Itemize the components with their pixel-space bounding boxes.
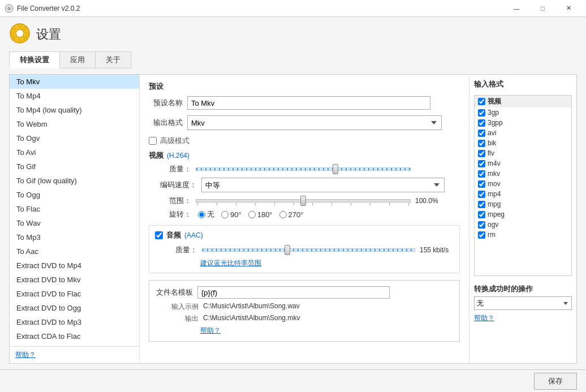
maximize-button[interactable]: □: [529, 0, 555, 17]
input-format-label: 输入格式: [474, 79, 572, 89]
success-action-select[interactable]: 无 打开文件夹 关闭程序: [474, 296, 572, 310]
preset-item-extract-dvd-mp3[interactable]: Extract DVD to Mp3: [10, 315, 139, 329]
format-3gp-checkbox[interactable]: [478, 109, 485, 117]
video-quality-track: [196, 167, 411, 171]
advanced-mode-label: 高级模式: [160, 136, 189, 146]
output-format-select-wrapper: Mkv Mp4 Webm Avi: [187, 115, 442, 130]
tick-6: [294, 203, 294, 205]
preset-item-to-flac[interactable]: To Flac: [10, 202, 139, 216]
tick-2: [217, 203, 217, 205]
video-range-slider[interactable]: [196, 196, 411, 205]
preset-item-to-ogv[interactable]: To Ogv: [10, 131, 139, 145]
format-3gpp-checkbox[interactable]: [478, 119, 485, 127]
tab-convert[interactable]: 转换设置: [9, 51, 60, 68]
audio-quality-slider[interactable]: [202, 245, 415, 255]
tab-apply[interactable]: 应用: [59, 51, 96, 68]
preset-item-extract-dvd-mp4[interactable]: Extract DVD to Mp4: [10, 259, 139, 273]
format-3gp-label: 3gp: [488, 109, 499, 117]
tick-8: [331, 203, 332, 205]
tick-3: [236, 203, 236, 205]
save-button[interactable]: 保存: [534, 373, 577, 390]
format-category-video-checkbox[interactable]: [478, 98, 485, 105]
rotation-row: 旋转： 无 90° 180° 270°: [149, 209, 460, 219]
rotation-0-label: 无: [207, 209, 214, 219]
encode-speed-select[interactable]: 非常快 快 中等 慢 非常慢: [201, 178, 445, 192]
rotation-90-label: 90°: [230, 210, 242, 219]
format-mp4-checkbox[interactable]: [478, 191, 485, 198]
video-range-value: 100.0%: [415, 197, 449, 205]
video-range-track: [196, 199, 411, 203]
preset-item-to-aac[interactable]: To Aac: [10, 244, 139, 259]
preset-item-extract-cda-flac[interactable]: Extract CDA to Flac: [10, 329, 139, 343]
format-list-scroll[interactable]: 视频 3gp 3gpp avi bik: [474, 95, 572, 276]
video-section-header: 视频 (H.264): [149, 150, 460, 161]
preset-item-to-webm[interactable]: To Webm: [10, 117, 139, 131]
format-mpg-label: mpg: [488, 200, 501, 208]
format-avi-checkbox[interactable]: [478, 130, 485, 137]
audio-quality-track: [202, 248, 415, 252]
preset-item-to-mkv[interactable]: To Mkv: [10, 75, 139, 89]
format-bik-checkbox[interactable]: [478, 140, 485, 147]
encode-speed-label: 编码速度：: [160, 180, 197, 190]
format-m4v-checkbox[interactable]: [478, 160, 485, 167]
format-ogv-checkbox[interactable]: [478, 221, 485, 229]
format-item-rm: rm: [475, 230, 571, 240]
format-rm-checkbox[interactable]: [478, 231, 485, 239]
preset-item-to-mp4-low[interactable]: To Mp4 (low quality): [10, 103, 139, 117]
preset-name-input[interactable]: [187, 96, 430, 110]
format-item-bik: bik: [475, 138, 571, 148]
video-quality-slider[interactable]: [196, 165, 411, 174]
preset-item-extract-dvd-ogg[interactable]: Extract DVD to Ogg: [10, 301, 139, 315]
video-section: 视频 (H.264) 质量： 编码速度：: [149, 150, 460, 219]
rotation-0[interactable]: 无: [198, 209, 214, 219]
rotation-90[interactable]: 90°: [221, 210, 242, 219]
template-filename-input[interactable]: [197, 286, 390, 299]
audio-title: 音频: [166, 230, 181, 240]
rotation-180[interactable]: 180°: [248, 210, 273, 219]
video-quality-row: 质量：: [149, 164, 460, 174]
bottom-bar: 保存: [0, 369, 586, 392]
preset-item-to-gif[interactable]: To Gif: [10, 160, 139, 174]
format-3gpp-label: 3gpp: [488, 119, 503, 127]
svg-rect-6: [10, 32, 14, 35]
advanced-mode-checkbox[interactable]: [149, 137, 157, 145]
preset-item-extract-dvd-flac[interactable]: Extract DVD to Flac: [10, 287, 139, 301]
suggest-link[interactable]: 建议蓝光比特率范围: [200, 259, 261, 267]
range-thumb[interactable]: [300, 196, 306, 206]
tabs: 转换设置 应用 关于: [9, 51, 577, 68]
minimize-button[interactable]: —: [503, 0, 529, 17]
advanced-mode-row: 高级模式: [149, 136, 460, 146]
audio-quality-thumb[interactable]: [285, 245, 290, 255]
input-example-row: 输入示例 C:\Music\Artist\Album\Song.wav: [156, 302, 453, 312]
encode-speed-select-wrapper: 非常快 快 中等 慢 非常慢: [201, 178, 445, 192]
format-flv-checkbox[interactable]: [478, 150, 485, 157]
audio-section: 音频 (AAC) 质量： 155 kbit/s 建议蓝光比特率范围: [149, 225, 460, 273]
video-quality-label: 质量：: [160, 164, 191, 174]
video-quality-dots: [196, 168, 410, 170]
preset-item-to-mp4[interactable]: To Mp4: [10, 89, 139, 103]
format-item-3gpp: 3gpp: [475, 118, 571, 128]
close-button[interactable]: ✕: [555, 0, 581, 17]
output-format-select[interactable]: Mkv Mp4 Webm Avi: [187, 115, 442, 130]
format-mpeg-label: mpeg: [488, 210, 505, 218]
rotation-270[interactable]: 270°: [279, 210, 304, 219]
format-mkv-checkbox[interactable]: [478, 170, 485, 178]
format-mov-checkbox[interactable]: [478, 180, 485, 188]
left-help-link[interactable]: 帮助？: [15, 351, 36, 359]
format-item-m4v: m4v: [475, 158, 571, 169]
template-help-link[interactable]: 帮助？: [200, 326, 221, 334]
video-quality-thumb[interactable]: [333, 164, 338, 174]
preset-item-extract-dvd-mkv[interactable]: Extract DVD to Mkv: [10, 273, 139, 287]
audio-enable-checkbox[interactable]: [155, 231, 163, 239]
preset-list-scroll[interactable]: To Mkv To Mp4 To Mp4 (low quality) To We…: [10, 75, 139, 346]
preset-item-to-mp3[interactable]: To Mp3: [10, 230, 139, 244]
preset-item-to-avi[interactable]: To Avi: [10, 145, 139, 160]
format-mpg-checkbox[interactable]: [478, 201, 485, 208]
preset-item-to-gif-low[interactable]: To Gif (low quality): [10, 174, 139, 188]
preset-item-to-wav[interactable]: To Wav: [10, 216, 139, 230]
right-help-link[interactable]: 帮助？: [474, 314, 494, 322]
settings-icon: [9, 23, 31, 46]
tab-about[interactable]: 关于: [95, 51, 131, 68]
preset-item-to-ogg[interactable]: To Ogg: [10, 188, 139, 202]
format-mpeg-checkbox[interactable]: [478, 211, 485, 218]
